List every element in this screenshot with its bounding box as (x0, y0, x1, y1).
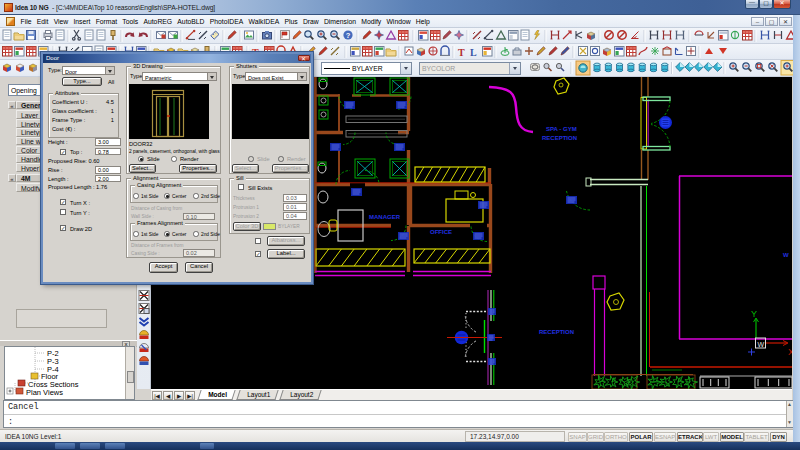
svg-text:RECEPTION: RECEPTION (542, 135, 577, 141)
svg-text:OFFICE: OFFICE (430, 229, 452, 235)
svg-text:L: L (470, 47, 477, 58)
svg-text:W: W (758, 341, 765, 348)
svg-text:SPA - GYM: SPA - GYM (546, 126, 577, 132)
svg-text:MANAGER: MANAGER (369, 214, 401, 220)
svg-text:X: X (788, 347, 792, 357)
svg-text:Plan Views: Plan Views (26, 388, 63, 397)
svg-text:RECEPTION: RECEPTION (539, 329, 574, 335)
svg-text:T: T (458, 47, 465, 58)
svg-text:?: ? (346, 31, 351, 40)
svg-text:W: W (783, 252, 789, 258)
